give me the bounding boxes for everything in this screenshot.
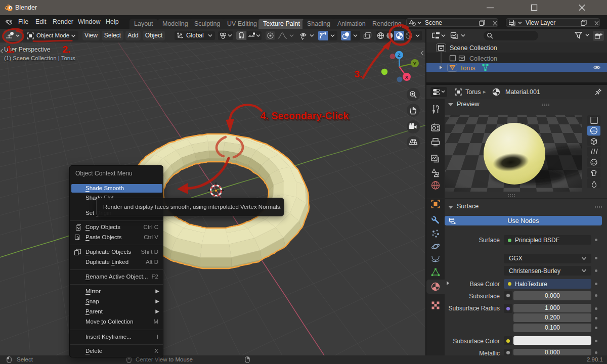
svg-text:X: X [405,74,409,80]
svg-text:Y: Y [413,61,417,66]
svg-text:Collection: Collection [469,55,497,62]
svg-text:Z: Z [398,52,401,58]
svg-text:Scene Collection: Scene Collection [450,44,497,52]
svg-text:Torus: Torus [460,65,475,72]
